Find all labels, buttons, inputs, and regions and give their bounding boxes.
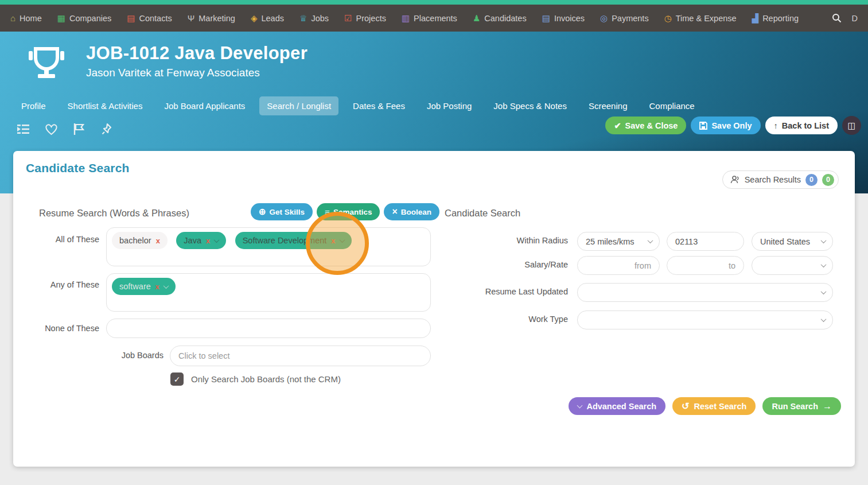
nav-label: Invoices (554, 14, 585, 23)
boolean-label: Boolean (401, 208, 431, 216)
nav-item-companies[interactable]: ▦Companies (57, 14, 112, 23)
nav-item-payments[interactable]: ◎Payments (600, 14, 649, 23)
zip-code-input[interactable] (667, 232, 744, 251)
run-search-label: Run Search (772, 402, 818, 411)
all-of-these-field[interactable]: bachelor x Java x Software Development x (106, 227, 431, 266)
only-job-boards-checkbox[interactable]: ✓ (170, 373, 184, 386)
tab-job-posting[interactable]: Job Posting (419, 96, 479, 115)
semantics-button[interactable]: ≡ Semantics (317, 203, 380, 220)
results-count-blue-badge: 0 (805, 174, 818, 186)
advanced-search-button[interactable]: Advanced Search (569, 397, 665, 415)
top-navigation: ⌂Home ▦Companies ▤Contacts ΨMarketing ◈L… (0, 5, 868, 32)
clipboard-icon: ▥ (402, 14, 410, 22)
nav-label: Contacts (139, 14, 172, 23)
contact-card-icon: ▤ (127, 14, 135, 22)
nav-item-home[interactable]: ⌂Home (10, 14, 42, 23)
nav-item-placements[interactable]: ▥Placements (402, 14, 457, 23)
nav-label: Placements (414, 14, 457, 23)
reset-search-label: Reset Search (694, 402, 747, 411)
salary-to-input[interactable] (667, 256, 744, 275)
semantics-list-icon: ≡ (325, 207, 330, 217)
search-term-tag: bachelor x (112, 232, 168, 249)
favorite-heart-icon[interactable] (44, 122, 58, 136)
tag-chevron-down-icon[interactable] (164, 283, 169, 289)
nav-item-contacts[interactable]: ▤Contacts (127, 14, 172, 23)
flag-icon[interactable] (72, 122, 86, 136)
remove-tag-icon[interactable]: x (156, 236, 160, 245)
tab-profile[interactable]: Profile (14, 96, 53, 115)
semantics-label: Semantics (333, 208, 372, 216)
run-search-button[interactable]: Run Search → (762, 397, 841, 415)
nav-item-leads[interactable]: ◈Leads (251, 14, 284, 23)
search-icon[interactable] (830, 11, 844, 25)
tag-chevron-down-icon[interactable] (214, 237, 220, 243)
nav-label: Time & Expense (676, 14, 737, 23)
search-term-tag: Software Development x (235, 232, 352, 249)
trophy-icon: ♕ (299, 14, 307, 22)
salary-currency-select[interactable] (752, 256, 833, 275)
search-results-button[interactable]: Search Results 0 0 (722, 170, 839, 189)
page-title: Candidate Search (26, 161, 130, 175)
nav-label: Companies (69, 14, 111, 23)
job-subtitle: Jason Varitek at Fenway Associates (86, 67, 308, 79)
remove-tag-icon[interactable]: x (206, 236, 210, 245)
boolean-button[interactable]: × Boolean (384, 203, 439, 220)
country-value: United States (760, 237, 810, 246)
tab-dates-fees[interactable]: Dates & Fees (345, 96, 412, 115)
reset-search-button[interactable]: ↺ Reset Search (672, 397, 756, 415)
tab-job-board-applicants[interactable]: Job Board Applicants (157, 96, 252, 115)
nav-item-reporting[interactable]: ▟Reporting (752, 14, 799, 23)
tab-screening[interactable]: Screening (581, 96, 635, 115)
radius-distance-select[interactable]: 25 miles/kms (577, 232, 660, 251)
advanced-search-label: Advanced Search (586, 402, 656, 411)
save-and-close-label: Save & Close (625, 121, 678, 130)
search-action-buttons: Advanced Search ↺ Reset Search Run Searc… (569, 397, 841, 415)
save-only-button[interactable]: Save Only (691, 117, 760, 134)
country-select[interactable]: United States (752, 232, 833, 251)
work-type-select[interactable] (577, 311, 833, 329)
nav-item-marketing[interactable]: ΨMarketing (188, 14, 235, 23)
remove-tag-icon[interactable]: x (155, 282, 159, 291)
resume-last-updated-select[interactable] (577, 283, 833, 302)
nav-item-invoices[interactable]: ▤Invoices (542, 14, 585, 23)
back-to-list-button[interactable]: ↑ Back to List (765, 117, 838, 134)
tab-shortlist-activities[interactable]: Shortlist & Activities (60, 96, 150, 115)
tab-search-longlist[interactable]: Search / Longlist (259, 96, 338, 115)
check-icon: ✔ (614, 121, 621, 130)
collapse-menu-icon[interactable] (16, 122, 30, 136)
any-of-these-field[interactable]: software x (106, 273, 431, 312)
nav-item-jobs[interactable]: ♕Jobs (299, 14, 329, 23)
quick-action-bar (16, 122, 114, 136)
nav-item-projects[interactable]: ☑Projects (344, 14, 386, 23)
radius-distance-value: 25 miles/kms (586, 237, 635, 246)
search-results-label: Search Results (745, 175, 801, 184)
job-boards-input[interactable] (170, 346, 431, 366)
any-of-these-label: Any of These (13, 280, 99, 289)
search-term-tag: software x (112, 278, 176, 295)
job-title: JOB-1012 Java Developer (86, 43, 308, 64)
chevron-down-icon (577, 402, 583, 408)
results-count-green-badge: 0 (822, 174, 834, 186)
tab-compliance[interactable]: Compliance (641, 96, 702, 115)
people-icon (730, 175, 740, 184)
none-of-these-input[interactable] (106, 319, 431, 338)
remove-tag-icon[interactable]: x (331, 236, 335, 245)
tag-chevron-down-icon[interactable] (339, 237, 345, 243)
pin-icon[interactable] (100, 122, 114, 136)
candidate-search-card: Candidate Search Search Results 0 0 Resu… (13, 151, 855, 467)
nav-item-time-expense[interactable]: ◷Time & Expense (664, 14, 737, 23)
broadcast-icon: Ψ (188, 14, 195, 22)
get-skills-button[interactable]: ⊕ Get Skills (251, 203, 313, 220)
person-icon: ♟ (473, 14, 480, 22)
top-accent-strip (0, 0, 868, 5)
save-and-close-button[interactable]: ✔ Save & Close (605, 117, 686, 134)
salary-from-input[interactable] (577, 256, 660, 275)
chevron-down-icon (821, 238, 827, 243)
nav-label: Reporting (762, 14, 799, 23)
nav-overflow-item[interactable]: D (852, 14, 858, 23)
work-type-label: Work Type (453, 315, 568, 324)
job-tabs: Profile Shortlist & Activities Job Board… (14, 96, 702, 115)
nav-item-candidates[interactable]: ♟Candidates (473, 14, 527, 23)
tab-job-specs-notes[interactable]: Job Specs & Notes (486, 96, 574, 115)
side-panel-toggle-button[interactable]: ◫ (842, 116, 861, 135)
